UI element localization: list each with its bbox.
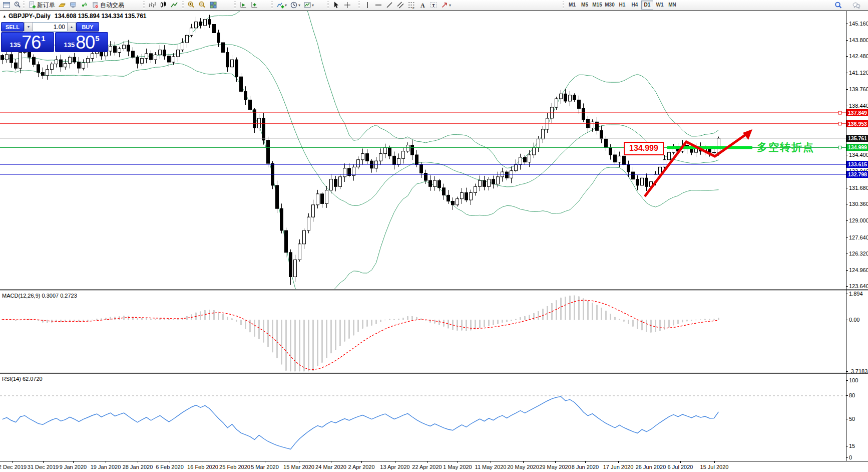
price-tick: 123.640 xyxy=(849,283,868,289)
price-chart-canvas[interactable] xyxy=(0,11,846,290)
price-chart-svg[interactable] xyxy=(0,11,846,290)
macd-svg[interactable] xyxy=(0,291,846,372)
timeframe-m15-button[interactable]: M15 xyxy=(591,1,603,10)
toolbar-group-handle[interactable] xyxy=(182,2,184,9)
timeframe-m30-button[interactable]: M30 xyxy=(604,1,616,10)
buy-price-panel[interactable]: 135 80 5 xyxy=(55,32,108,52)
templates-button[interactable]: ▾ xyxy=(302,0,315,10)
toolbar-group-handle[interactable] xyxy=(271,2,273,9)
date-tick xyxy=(361,461,362,463)
toolbar-group-handle[interactable] xyxy=(23,2,25,9)
timeframe-m5-button[interactable]: M5 xyxy=(579,1,591,10)
text-label-button[interactable]: T xyxy=(428,0,439,10)
date-tick xyxy=(458,461,458,463)
volume-decrease-button[interactable]: ▼ xyxy=(24,22,33,32)
zoom-in-button[interactable] xyxy=(186,0,197,10)
date-label: 17 Jun 2020 xyxy=(603,464,634,470)
sell-button[interactable]: SELL xyxy=(1,22,24,32)
rsi-svg[interactable] xyxy=(0,374,846,461)
trendline-button[interactable] xyxy=(384,0,395,10)
market-watch-button[interactable] xyxy=(12,0,23,10)
vertical-line-button[interactable] xyxy=(362,0,373,10)
auto-scroll-icon xyxy=(239,1,247,9)
volume-increase-button[interactable]: ▲ xyxy=(67,22,76,32)
line-chart-mode-button[interactable] xyxy=(169,0,180,10)
arrow-tools-button[interactable]: ▾ xyxy=(439,0,453,10)
chart-note-text[interactable]: 多空转折点 xyxy=(757,140,814,154)
price-tick-tick xyxy=(846,254,848,254)
timeframe-mn-button[interactable]: MN xyxy=(666,1,678,10)
new-order-button[interactable]: 新订单 xyxy=(27,0,57,10)
zoom-out-icon xyxy=(198,1,206,9)
date-label: 2 Dec 2019 xyxy=(0,464,27,470)
arrow-tools-dropdown-icon[interactable]: ▾ xyxy=(449,3,451,8)
toolbar-group-handle[interactable] xyxy=(358,2,360,9)
fibonacci-retracement-button[interactable]: F xyxy=(406,0,417,10)
price-tick-tick xyxy=(846,40,848,41)
rsi-indicator-canvas[interactable] xyxy=(0,374,846,461)
chat-button[interactable] xyxy=(851,1,862,11)
auto-scroll-button[interactable] xyxy=(238,0,249,10)
crosshair-button[interactable] xyxy=(342,0,353,10)
date-axis[interactable]: 2 Dec 201931 Dec 20199 Jan 202019 Jan 20… xyxy=(0,461,868,472)
zoom-in-icon xyxy=(187,1,195,9)
periods-dropdown-icon[interactable]: ▾ xyxy=(298,3,300,8)
search-button[interactable] xyxy=(833,1,844,11)
tile-windows-button[interactable] xyxy=(208,0,219,10)
virtual-hosting-button[interactable] xyxy=(68,0,79,10)
price-tick: 131.680 xyxy=(849,185,868,191)
cursor-button[interactable] xyxy=(331,0,342,10)
templates-dropdown-icon[interactable]: ▾ xyxy=(312,3,314,8)
macd-indicator-canvas[interactable] xyxy=(0,291,846,372)
bar-chart-mode-icon xyxy=(148,1,156,9)
charts-window-icon xyxy=(3,1,11,9)
toolbar-group-handle[interactable] xyxy=(563,2,564,9)
price-tick-tick xyxy=(846,238,848,238)
price-annotation-box[interactable]: 134.999 xyxy=(624,142,664,155)
toolbar-group-handle[interactable] xyxy=(327,2,329,9)
date-label: 11 May 2020 xyxy=(475,464,507,470)
sell-price-panel[interactable]: 135 76 1 xyxy=(1,32,54,52)
price-tick-tick xyxy=(846,188,848,188)
toolbar-group xyxy=(234,0,260,10)
equidistant-channel-button[interactable] xyxy=(395,0,406,10)
toolbar-group-handle[interactable] xyxy=(143,2,145,9)
price-tick-tick xyxy=(846,270,848,271)
mt4-terminal: 新订单自动交易▾▾▾FAT▾M1M5M15M30H1H4D1W1MN ▲ GBP… xyxy=(0,0,868,472)
date-tick xyxy=(299,461,299,463)
buy-price-main: 80 xyxy=(76,34,95,52)
charts-window-button[interactable] xyxy=(1,0,12,10)
text-icon: A xyxy=(418,1,426,9)
timeframe-m1-button[interactable]: M1 xyxy=(566,1,578,10)
timeframe-d1-button[interactable]: D1 xyxy=(641,1,653,10)
indicators-list-button[interactable]: ▾ xyxy=(275,0,288,10)
horizontal-line-button[interactable] xyxy=(373,0,384,10)
timeframe-h4-button[interactable]: H4 xyxy=(629,1,641,10)
text-button[interactable]: A xyxy=(417,0,428,10)
one-click-toggle-icon[interactable]: ▲ xyxy=(3,14,7,19)
timeframe-w1-button[interactable]: W1 xyxy=(654,1,666,10)
history-center-button[interactable] xyxy=(57,0,68,10)
toolbar-group-handle[interactable] xyxy=(234,2,236,9)
volume-input[interactable] xyxy=(33,22,67,32)
zoom-out-button[interactable] xyxy=(197,0,208,10)
timeframe-toolbar: M1M5M15M30H1H4D1W1MN xyxy=(563,0,679,10)
sell-price-pip: 1 xyxy=(41,34,45,43)
date-label: 5 Mar 2020 xyxy=(251,464,279,470)
auto-trading-button[interactable]: 自动交易 xyxy=(90,0,126,10)
price-tick-tick xyxy=(846,286,848,287)
indicators-list-dropdown-icon[interactable]: ▾ xyxy=(285,3,287,8)
bar-chart-mode-button[interactable] xyxy=(147,0,158,10)
candlestick-mode-button[interactable] xyxy=(158,0,169,10)
signals-button[interactable] xyxy=(79,0,90,10)
macd-tick-tick xyxy=(846,371,848,372)
rsi-tick-tick xyxy=(846,446,848,446)
date-tick xyxy=(714,461,715,463)
buy-button[interactable]: BUY xyxy=(76,22,99,32)
timeframe-h1-button[interactable]: H1 xyxy=(616,1,628,10)
chart-shift-button[interactable] xyxy=(249,0,260,10)
price-tick: 124.960 xyxy=(849,267,868,273)
date-tick xyxy=(73,461,74,463)
periods-button[interactable]: ▾ xyxy=(288,0,302,10)
price-tick: 130.360 xyxy=(849,201,868,207)
